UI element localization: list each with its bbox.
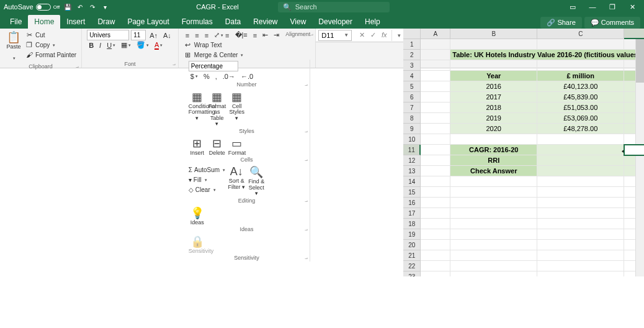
ideas-button[interactable]: 💡Ideas (189, 206, 206, 226)
cell-B21[interactable] (450, 250, 537, 261)
row-header-23[interactable]: 23 (403, 271, 421, 276)
align-top-button[interactable]: ≡ (184, 30, 191, 40)
cell-C1[interactable] (537, 39, 624, 50)
cell-B1[interactable] (450, 39, 537, 50)
font-name-input[interactable] (87, 30, 129, 40)
vertical-scrollbar[interactable] (635, 39, 644, 276)
delete-cells-button[interactable]: ⊟Delete (208, 137, 226, 156)
cell-C9[interactable]: £48,278.00 (537, 124, 624, 134)
wrap-text-button[interactable]: ↩Wrap Text (184, 40, 283, 50)
align-right-button[interactable]: ≡ (251, 30, 259, 40)
row-header-8[interactable]: 8 (403, 113, 421, 124)
cell-B3[interactable] (450, 60, 537, 71)
row-header-3[interactable]: 3 (403, 60, 421, 71)
cell-A10[interactable] (421, 134, 450, 145)
cell-A13[interactable] (421, 166, 450, 176)
conditional-formatting-button[interactable]: ▦ConditionalFormatting ▾ (189, 90, 206, 121)
cell-C20[interactable] (537, 240, 624, 250)
cell-B6[interactable]: 2017 (450, 92, 537, 102)
row-header-9[interactable]: 9 (403, 124, 421, 134)
cell-B20[interactable] (450, 240, 537, 250)
cell-B13[interactable]: Check Answer (450, 166, 537, 176)
increase-font-button[interactable]: A↑ (148, 30, 159, 40)
find-select-button[interactable]: 🔍Find &Select ▾ (248, 165, 265, 196)
fx-icon[interactable]: fx (379, 31, 389, 39)
cell-C22[interactable] (537, 261, 624, 271)
number-format-select[interactable] (189, 61, 238, 71)
search-box[interactable]: 🔍 Search (278, 2, 390, 12)
cell-B15[interactable] (450, 187, 537, 198)
cell-A20[interactable] (421, 240, 450, 250)
percent-button[interactable]: % (202, 71, 212, 81)
cell-B19[interactable] (450, 229, 537, 240)
cell-A11[interactable] (421, 145, 450, 155)
cell-C21[interactable] (537, 250, 624, 261)
cut-button[interactable]: ✂Cut (25, 30, 76, 40)
cell-A19[interactable] (421, 229, 450, 240)
merge-center-button[interactable]: ⊞Merge & Center▾ (184, 50, 283, 60)
cell-A2[interactable] (421, 50, 450, 60)
cell-A6[interactable] (421, 92, 450, 102)
cell-C5[interactable]: £40,123.00 (537, 81, 624, 92)
row-header-13[interactable]: 13 (403, 166, 421, 176)
cell-A5[interactable] (421, 81, 450, 92)
cell-C19[interactable] (537, 229, 624, 240)
tab-draw[interactable]: Draw (91, 15, 121, 29)
align-bottom-button[interactable]: ≡ (203, 30, 210, 40)
tab-page-layout[interactable]: Page Layout (121, 15, 175, 29)
cell-B12[interactable]: RRI (450, 155, 537, 166)
paste-button[interactable]: 📋Paste▾ (5, 30, 22, 63)
tab-view[interactable]: View (284, 15, 313, 29)
formula-input[interactable] (391, 30, 392, 41)
cell-C7[interactable]: £51,053.00 (537, 102, 624, 113)
col-header-D[interactable]: D (624, 29, 644, 39)
cell-D11[interactable] (624, 145, 644, 155)
cell-B10[interactable] (450, 134, 537, 145)
row-header-14[interactable]: 14 (403, 176, 421, 187)
enter-formula-icon[interactable]: ✓ (368, 31, 378, 39)
sort-filter-button[interactable]: A↓Sort &Filter ▾ (228, 165, 245, 190)
increase-decimal-button[interactable]: .0→ (221, 71, 237, 81)
fill-button[interactable]: ▾ Fill▾ (189, 175, 225, 184)
autosum-button[interactable]: Σ AutoSum▾ (189, 165, 225, 175)
cell-B22[interactable] (450, 261, 537, 271)
row-header-18[interactable]: 18 (403, 219, 421, 229)
expand-formula-bar-icon[interactable]: ▾ (395, 32, 403, 39)
cancel-formula-icon[interactable]: ✕ (357, 31, 367, 39)
cell-C16[interactable] (537, 198, 624, 208)
cell-C15[interactable] (537, 187, 624, 198)
name-box[interactable]: D11▼ (318, 30, 352, 41)
tab-formulas[interactable]: Formulas (176, 15, 219, 29)
cell-C3[interactable] (537, 60, 624, 71)
row-header-15[interactable]: 15 (403, 187, 421, 198)
fill-color-button[interactable]: 🪣▾ (135, 40, 151, 50)
cell-B4[interactable]: Year (450, 71, 537, 81)
cell-B11[interactable]: CAGR: 2016-20 (450, 145, 537, 155)
cell-C13[interactable] (537, 166, 624, 176)
save-icon[interactable]: 💾 (63, 2, 72, 11)
increase-indent-button[interactable]: ⇥ (272, 30, 281, 40)
cell-C18[interactable] (537, 219, 624, 229)
ribbon-display-icon[interactable]: ▭ (563, 0, 582, 14)
align-left-button[interactable]: ≡ (223, 30, 231, 40)
select-all-corner[interactable] (403, 29, 421, 39)
cell-B16[interactable] (450, 198, 537, 208)
copy-button[interactable]: ❐Copy▾ (25, 40, 76, 50)
decrease-indent-button[interactable]: ⇤ (261, 30, 270, 40)
row-header-4[interactable]: 4 (403, 71, 421, 81)
cell-A3[interactable] (421, 60, 450, 71)
cell-A9[interactable] (421, 124, 450, 134)
italic-button[interactable]: I (97, 40, 103, 50)
row-header-5[interactable]: 5 (403, 81, 421, 92)
cell-A21[interactable] (421, 250, 450, 261)
cell-A8[interactable] (421, 113, 450, 124)
cell-B23[interactable] (450, 271, 537, 276)
minimize-icon[interactable]: — (583, 0, 602, 14)
underline-button[interactable]: U▾ (105, 40, 117, 50)
row-header-20[interactable]: 20 (403, 240, 421, 250)
tab-data[interactable]: Data (219, 15, 247, 29)
row-header-22[interactable]: 22 (403, 261, 421, 271)
col-header-C[interactable]: C (537, 29, 624, 39)
cell-styles-button[interactable]: ▦CellStyles ▾ (228, 90, 246, 121)
cell-A15[interactable] (421, 187, 450, 198)
